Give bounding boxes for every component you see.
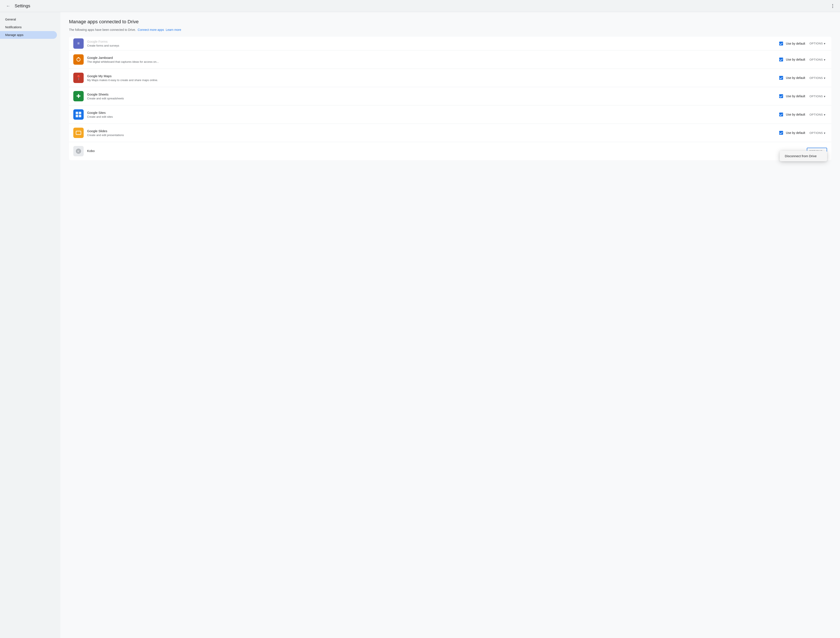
google-jamboard-name: Google Jamboard [87,56,775,60]
google-sites-options-button[interactable]: OPTIONS ▾ [808,112,827,118]
google-slides-checkbox[interactable] [779,131,783,135]
sidebar-item-manage-apps[interactable]: Manage apps [0,31,57,39]
google-forms-controls: Use by default OPTIONS ▾ [779,40,827,47]
google-sheets-name: Google Sheets [87,93,775,96]
svg-rect-7 [76,131,81,134]
google-slides-desc: Create and edit presentations [87,133,775,137]
google-sheets-chevron-icon: ▾ [824,95,826,98]
options-dropdown: Disconnect from Drive [780,151,827,161]
app-row-google-my-maps: 📍 Google My Maps My Maps makes it easy t… [69,69,831,87]
google-jamboard-options-label: OPTIONS [809,58,823,61]
svg-rect-5 [76,115,78,117]
google-jamboard-chevron-icon: ▾ [824,58,826,62]
google-slides-controls: Use by default OPTIONS ▾ [779,130,827,136]
app-list: ≡ Google Forms Create forms and surveys … [69,37,831,160]
main-layout: General Notifications Manage apps Manage… [0,12,840,638]
google-forms-chevron-icon: ▾ [824,42,826,45]
app-row-google-sites: Google Sites Create and edit sites Use b… [69,106,831,124]
google-sites-controls: Use by default OPTIONS ▾ [779,112,827,118]
svg-rect-4 [79,112,81,114]
back-button[interactable]: ← [5,3,11,9]
google-forms-desc: Create forms and surveys [87,44,775,47]
topbar: ← Settings [0,0,840,12]
jamboard-svg [75,56,82,63]
google-sheets-options-label: OPTIONS [809,95,823,98]
google-slides-chevron-icon: ▾ [824,131,826,135]
connect-more-apps-link[interactable]: Connect more apps [138,28,164,32]
app-row-google-jamboard: Google Jamboard The digital whiteboard t… [69,51,831,69]
google-sites-name: Google Sites [87,111,775,114]
google-my-maps-icon: 📍 [73,73,84,83]
google-slides-info: Google Slides Create and edit presentati… [87,129,775,137]
google-my-maps-name: Google My Maps [87,74,775,78]
svg-point-2 [78,57,79,58]
google-sites-checkbox[interactable] [779,112,783,117]
google-my-maps-use-by-default: Use by default [786,76,805,80]
google-my-maps-checkbox[interactable] [779,76,783,80]
google-forms-checkbox[interactable] [779,41,783,46]
sites-svg [75,111,82,118]
google-sheets-use-by-default: Use by default [786,95,805,98]
svg-rect-6 [79,115,81,117]
google-forms-options-label: OPTIONS [809,42,823,45]
google-sheets-info: Google Sheets Create and edit spreadshee… [87,93,775,100]
google-my-maps-info: Google My Maps My Maps makes it easy to … [87,74,775,82]
google-slides-options-button[interactable]: OPTIONS ▾ [808,130,827,136]
subtitle-bar: The following apps have been connected t… [69,28,831,32]
google-my-maps-controls: Use by default OPTIONS ▾ [779,75,827,81]
google-sites-chevron-icon: ▾ [824,113,826,117]
kobo-info: Kobo [87,149,803,153]
kobo-name: Kobo [87,149,803,153]
google-sheets-desc: Create and edit spreadsheets [87,97,775,100]
kobo-svg: K [75,148,82,155]
google-my-maps-desc: My Maps makes it easy to create and shar… [87,79,775,82]
google-sheets-icon: ✚ [73,91,84,101]
google-slides-use-by-default: Use by default [786,131,805,134]
google-jamboard-icon [73,54,84,65]
dots-icon [831,3,834,9]
google-sheets-options-button[interactable]: OPTIONS ▾ [808,93,827,99]
back-icon: ← [6,3,10,8]
google-my-maps-chevron-icon: ▾ [824,76,826,80]
svg-rect-3 [76,112,78,114]
kobo-icon: K [73,146,84,156]
google-slides-icon [73,128,84,138]
google-jamboard-use-by-default: Use by default [786,58,805,61]
google-forms-info: Google Forms Create forms and surveys [87,39,775,47]
google-sheets-controls: Use by default OPTIONS ▾ [779,93,827,99]
app-row-kobo: K Kobo OPTIONS ▾ [69,142,831,160]
google-jamboard-info: Google Jamboard The digital whiteboard t… [87,56,775,63]
settings-title: Settings [15,3,30,8]
google-forms-options-button[interactable]: OPTIONS ▾ [808,40,827,47]
more-options-button[interactable] [831,2,835,10]
google-slides-name: Google Slides [87,129,775,133]
slides-svg [75,129,82,136]
google-sites-desc: Create and edit sites [87,115,775,118]
google-sites-icon [73,109,84,120]
sidebar-item-general[interactable]: General [0,16,57,23]
app-row-google-forms: ≡ Google Forms Create forms and surveys … [69,37,831,51]
google-sites-options-label: OPTIONS [809,113,823,116]
google-jamboard-desc: The digital whiteboard that captures ide… [87,60,775,63]
app-row-google-slides: Google Slides Create and edit presentati… [69,124,831,142]
google-sites-use-by-default: Use by default [786,113,805,116]
google-forms-icon: ≡ [73,38,84,49]
google-jamboard-options-button[interactable]: OPTIONS ▾ [808,57,827,63]
topbar-left: ← Settings [5,3,30,9]
disconnect-from-drive-item[interactable]: Disconnect from Drive [780,151,827,161]
google-forms-use-by-default: Use by default [786,42,805,45]
google-forms-name: Google Forms [87,39,775,43]
page-title: Manage apps connected to Drive [69,19,831,25]
google-jamboard-checkbox[interactable] [779,57,783,62]
learn-more-link[interactable]: Learn more [166,28,181,32]
sidebar: General Notifications Manage apps [0,12,60,638]
google-sites-info: Google Sites Create and edit sites [87,111,775,118]
sidebar-item-notifications[interactable]: Notifications [0,23,57,31]
google-sheets-checkbox[interactable] [779,94,783,98]
google-jamboard-controls: Use by default OPTIONS ▾ [779,57,827,63]
main-content: Manage apps connected to Drive The follo… [60,12,840,638]
subtitle-text: The following apps have been connected t… [69,28,136,32]
google-slides-options-label: OPTIONS [809,131,823,134]
svg-text:K: K [77,150,80,153]
google-my-maps-options-button[interactable]: OPTIONS ▾ [808,75,827,81]
